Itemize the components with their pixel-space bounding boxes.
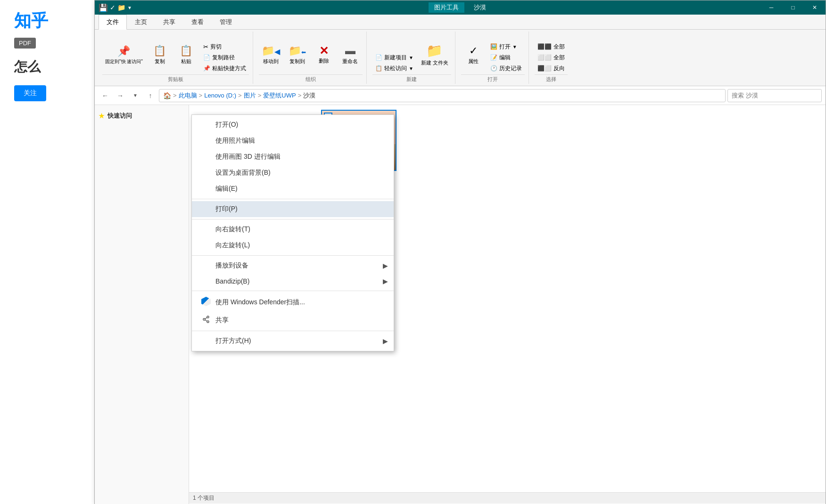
ctx-bandizip[interactable]: Bandizip(B) ▶	[192, 274, 394, 289]
quick-folder-icon[interactable]: 📁	[117, 4, 125, 11]
ctx-sep4	[192, 291, 394, 291]
tab-file[interactable]: 文件	[99, 15, 127, 30]
new-folder-icon: 📁	[426, 43, 443, 58]
dropdown-nav-button[interactable]: ▼	[129, 89, 142, 102]
ctx-photos-edit[interactable]: 使用照片编辑	[192, 133, 394, 149]
copy-path-label: 复制路径	[212, 54, 235, 62]
ctx-edit[interactable]: 编辑(E)	[192, 181, 394, 197]
edit-button[interactable]: 📝 编辑	[487, 52, 525, 63]
window-controls: ─ □ ✕	[760, 0, 826, 15]
breadcrumb-sep3: >	[258, 92, 262, 99]
pin-button[interactable]: 📌 固定到"快 速访问"	[102, 36, 146, 73]
clipboard-label: 剪贴板	[102, 74, 249, 83]
title-context: 图片工具	[429, 2, 464, 13]
maximize-button[interactable]: □	[782, 0, 804, 15]
ctx-open-with-arrow: ▶	[383, 337, 388, 345]
ctx-set-bg[interactable]: 设置为桌面背景(B)	[192, 165, 394, 181]
breadcrumb-sep1: >	[199, 92, 203, 99]
ctx-rotate-left[interactable]: 向左旋转(L)	[192, 237, 394, 253]
history-button[interactable]: 🕐 历史记录	[487, 63, 525, 73]
tab-share[interactable]: 共享	[155, 15, 183, 29]
tab-manage[interactable]: 管理	[212, 15, 240, 29]
easy-access-label: 轻松访问	[384, 65, 407, 73]
ctx-sep1	[192, 199, 394, 199]
paste-shortcut-label: 粘贴快捷方式	[212, 65, 246, 73]
ctx-defender-icon	[201, 297, 211, 308]
ctx-cast[interactable]: 播放到设备 ▶	[192, 258, 394, 274]
copy-icon: 📋	[153, 45, 166, 57]
paste-label: 粘贴	[181, 58, 191, 65]
copy-path-button[interactable]: 📄 复制路径	[200, 52, 249, 63]
new-folder-button[interactable]: 📁 新建 文件夹	[418, 36, 451, 73]
cut-button[interactable]: ✂ 剪切	[200, 41, 249, 52]
tab-view[interactable]: 查看	[183, 15, 212, 29]
title-text: 图片工具 沙漠	[429, 2, 492, 13]
ctx-sep2	[192, 219, 394, 219]
delete-button[interactable]: ✕ 删除	[312, 36, 336, 73]
new-label: 新建	[372, 74, 451, 83]
dropdown2-icon: ▼	[409, 66, 413, 71]
breadcrumb-wallpaper[interactable]: 爱壁纸UWP	[263, 91, 296, 100]
copy-button[interactable]: 📋 复制	[148, 36, 172, 73]
invert-button[interactable]: ⬛⬜ 反向	[535, 63, 568, 73]
follow-button[interactable]: 关注	[14, 85, 46, 101]
up-button[interactable]: ↑	[144, 89, 157, 102]
rename-button[interactable]: ▬ 重命名	[338, 36, 363, 73]
title-bar: 💾 ✓ 📁 ▼ 图片工具 沙漠 ─ □ ✕	[95, 0, 826, 15]
properties-label: 属性	[468, 58, 479, 65]
open-button[interactable]: 🖼️ 打开 ▼	[487, 41, 525, 52]
easy-access-button[interactable]: 📋 轻松访问 ▼	[372, 63, 416, 73]
select-content: ⬛⬛ 全部 ⬜⬜ 全部 ⬛⬜ 反向	[535, 33, 568, 73]
history-label: 历史记录	[499, 65, 522, 73]
ctx-sep5	[192, 331, 394, 331]
move-to-button[interactable]: 📁◀ 移动到	[259, 36, 283, 73]
new-item-button[interactable]: 📄 新建项目 ▼	[372, 52, 416, 63]
quick-access-header[interactable]: ★ 快速访问	[95, 109, 189, 123]
edit-label: 编辑	[499, 54, 511, 62]
ctx-share-icon	[201, 316, 211, 325]
ctx-share[interactable]: 共享	[192, 312, 394, 329]
pin-icon: 📌	[117, 45, 130, 57]
edit-icon: 📝	[490, 54, 497, 61]
content-area: ✓ 1.jpg 打开(O) 使用照片编辑	[189, 105, 826, 504]
ctx-open-with[interactable]: 打开方式(H) ▶	[192, 333, 394, 349]
move-label: 移动到	[263, 58, 279, 65]
ctx-defender[interactable]: 使用 Windows Defender扫描...	[192, 293, 394, 312]
new-item-label: 新建项目	[384, 54, 407, 62]
rename-label: 重命名	[342, 58, 358, 65]
properties-button[interactable]: ✓ 属性	[461, 36, 486, 73]
select-none-button[interactable]: ⬜⬜ 全部	[535, 52, 568, 63]
select-none-label: 全部	[553, 54, 565, 62]
select-all-button[interactable]: ⬛⬛ 全部	[535, 41, 568, 52]
close-button[interactable]: ✕	[804, 0, 826, 15]
invert-icon: ⬛⬜	[537, 65, 552, 72]
forward-button[interactable]: →	[114, 89, 127, 102]
breadcrumb-pictures[interactable]: 图片	[244, 91, 256, 100]
paste-shortcut-button[interactable]: 📌 粘贴快捷方式	[200, 63, 249, 73]
quick-save-icon[interactable]: 💾	[99, 3, 108, 12]
tab-home[interactable]: 主页	[127, 15, 155, 29]
ctx-paint3d[interactable]: 使用画图 3D 进行编辑	[192, 149, 394, 165]
ctx-open[interactable]: 打开(O)	[192, 117, 394, 133]
breadcrumb-sep2: >	[238, 92, 242, 99]
search-input[interactable]	[727, 89, 822, 102]
quick-check-icon[interactable]: ✓	[110, 4, 116, 11]
select-label: 选择	[535, 74, 568, 83]
ctx-rotate-right[interactable]: 向右旋转(T)	[192, 221, 394, 237]
ctx-print[interactable]: 打印(P)	[192, 201, 394, 217]
copy-path-icon: 📄	[203, 54, 210, 61]
paste-button[interactable]: 📋 粘贴	[174, 36, 198, 73]
ribbon-tabs: 文件 主页 共享 查看 管理	[95, 15, 826, 30]
minimize-button[interactable]: ─	[760, 0, 782, 15]
breadcrumb-this-pc[interactable]: 此电脑	[179, 91, 197, 100]
address-bar[interactable]: 🏠 > 此电脑 > Lenovo (D:) > 图片 > 爱壁纸UWP > 沙漠	[159, 89, 726, 102]
breadcrumb-drive[interactable]: Lenovo (D:)	[204, 92, 236, 99]
open-arrow-icon: ▼	[512, 44, 517, 49]
copy-to-button[interactable]: 📁⬅ 复制到	[285, 36, 310, 73]
back-button[interactable]: ←	[99, 89, 112, 102]
dropdown-arrow-icon[interactable]: ▼	[127, 5, 132, 10]
ctx-open-with-label: 打开方式(H)	[215, 337, 251, 345]
svg-point-1	[203, 318, 205, 320]
cut-copy-col: ✂ 剪切 📄 复制路径 📌 粘贴快捷方式	[200, 41, 249, 73]
organize-group: 📁◀ 移动到 📁⬅ 复制到 ✕ 删除 ▬ 重命名 组织	[255, 32, 367, 84]
